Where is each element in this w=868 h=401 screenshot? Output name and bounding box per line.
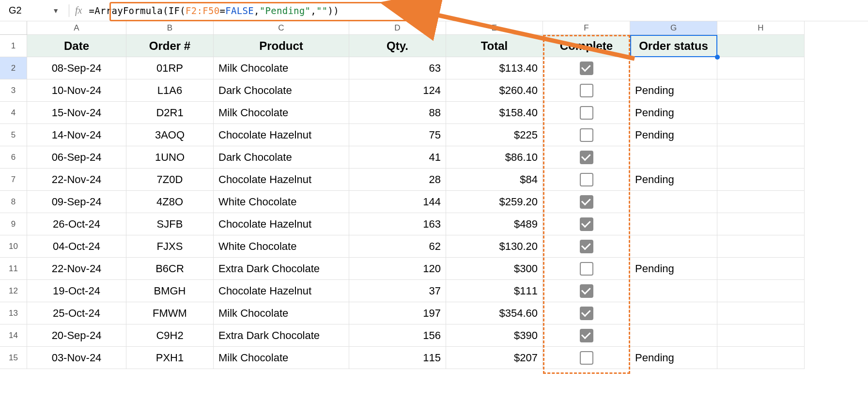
cell-order[interactable]: B6CR	[126, 258, 214, 280]
cell-qty[interactable]: 63	[349, 57, 446, 79]
cell-status[interactable]	[630, 146, 717, 169]
cell-total[interactable]: $260.40	[446, 79, 543, 102]
col-header-F[interactable]: F	[543, 21, 630, 35]
cell-empty[interactable]	[717, 324, 805, 347]
checkbox-icon[interactable]	[580, 217, 593, 231]
cell-complete[interactable]	[543, 213, 630, 235]
cell-empty[interactable]	[717, 302, 805, 324]
cell-order[interactable]: L1A6	[126, 79, 214, 102]
cell-empty[interactable]	[717, 102, 805, 124]
cell-date[interactable]: 06-Sep-24	[27, 146, 126, 169]
cell-product[interactable]: Chocolate Hazelnut	[214, 213, 349, 235]
cell-order[interactable]: 01RP	[126, 57, 214, 79]
cell-product[interactable]: Milk Chocolate	[214, 57, 349, 79]
row-header-8[interactable]: 8	[0, 191, 27, 213]
cell-date[interactable]: 10-Nov-24	[27, 79, 126, 102]
cell-product[interactable]: Milk Chocolate	[214, 302, 349, 324]
cell-date[interactable]: 14-Nov-24	[27, 124, 126, 146]
cell-empty[interactable]	[717, 124, 805, 146]
row-header-14[interactable]: 14	[0, 324, 27, 347]
name-box[interactable]: G2 ▼	[5, 3, 63, 18]
header-status[interactable]: Order status	[630, 35, 717, 57]
cell-complete[interactable]	[543, 258, 630, 280]
cell-complete[interactable]	[543, 280, 630, 302]
cell-total[interactable]: $259.20	[446, 191, 543, 213]
row-header-4[interactable]: 4	[0, 102, 27, 124]
cell-empty[interactable]	[717, 57, 805, 79]
cell-complete[interactable]	[543, 57, 630, 79]
cell-complete[interactable]	[543, 324, 630, 347]
cell-complete[interactable]	[543, 102, 630, 124]
cell-order[interactable]: D2R1	[126, 102, 214, 124]
header-date[interactable]: Date	[27, 35, 126, 57]
cell-order[interactable]: 1UNO	[126, 146, 214, 169]
checkbox-icon[interactable]	[580, 262, 593, 276]
row-header-11[interactable]: 11	[0, 258, 27, 280]
cell-date[interactable]: 09-Sep-24	[27, 191, 126, 213]
cell-product[interactable]: Milk Chocolate	[214, 102, 349, 124]
cell-date[interactable]: 19-Oct-24	[27, 280, 126, 302]
cell-qty[interactable]: 120	[349, 258, 446, 280]
cell-date[interactable]: 20-Sep-24	[27, 324, 126, 347]
cell-qty[interactable]: 156	[349, 324, 446, 347]
row-header-15[interactable]: 15	[0, 347, 27, 369]
cell-complete[interactable]	[543, 235, 630, 258]
checkbox-icon[interactable]	[580, 240, 593, 253]
cell-order[interactable]: 4Z8O	[126, 191, 214, 213]
cell-qty[interactable]: 197	[349, 302, 446, 324]
cell-qty[interactable]: 163	[349, 213, 446, 235]
cell-product[interactable]: Extra Dark Chocolate	[214, 324, 349, 347]
cell-complete[interactable]	[543, 124, 630, 146]
cell-order[interactable]: SJFB	[126, 213, 214, 235]
cell-empty[interactable]	[717, 347, 805, 369]
cell-qty[interactable]: 124	[349, 79, 446, 102]
cell-product[interactable]: Dark Chocolate	[214, 79, 349, 102]
cell-product[interactable]: White Chocolate	[214, 235, 349, 258]
row-header-3[interactable]: 3	[0, 79, 27, 102]
checkbox-icon[interactable]	[580, 351, 593, 365]
header-total[interactable]: Total	[446, 35, 543, 57]
row-header-7[interactable]: 7	[0, 169, 27, 191]
cell-status[interactable]	[630, 235, 717, 258]
cell-order[interactable]: 3AOQ	[126, 124, 214, 146]
row-header-10[interactable]: 10	[0, 235, 27, 258]
checkbox-icon[interactable]	[580, 195, 593, 209]
cell-product[interactable]: Chocolate Hazelnut	[214, 124, 349, 146]
col-header-G[interactable]: G	[630, 21, 717, 35]
col-header-A[interactable]: A	[27, 21, 126, 35]
cell-empty[interactable]	[717, 258, 805, 280]
cell-total[interactable]: $390	[446, 324, 543, 347]
cell-complete[interactable]	[543, 169, 630, 191]
cell-total[interactable]: $300	[446, 258, 543, 280]
cell-order[interactable]: FJXS	[126, 235, 214, 258]
cell-empty[interactable]	[717, 235, 805, 258]
checkbox-icon[interactable]	[580, 329, 593, 342]
header-order[interactable]: Order #	[126, 35, 214, 57]
checkbox-icon[interactable]	[580, 106, 593, 120]
header-empty[interactable]	[717, 35, 805, 57]
cell-product[interactable]: Extra Dark Chocolate	[214, 258, 349, 280]
col-header-H[interactable]: H	[717, 21, 805, 35]
checkbox-icon[interactable]	[580, 173, 593, 186]
cell-product[interactable]: Dark Chocolate	[214, 146, 349, 169]
cell-empty[interactable]	[717, 213, 805, 235]
cell-qty[interactable]: 41	[349, 146, 446, 169]
col-header-D[interactable]: D	[349, 21, 446, 35]
cell-product[interactable]: White Chocolate	[214, 191, 349, 213]
cell-status[interactable]	[630, 213, 717, 235]
row-header-9[interactable]: 9	[0, 213, 27, 235]
cell-status[interactable]: Pending	[630, 258, 717, 280]
row-header-13[interactable]: 13	[0, 302, 27, 324]
cell-empty[interactable]	[717, 280, 805, 302]
cell-total[interactable]: $489	[446, 213, 543, 235]
cell-status[interactable]: Pending	[630, 169, 717, 191]
cell-qty[interactable]: 144	[349, 191, 446, 213]
cell-total[interactable]: $130.20	[446, 235, 543, 258]
cell-date[interactable]: 22-Nov-24	[27, 169, 126, 191]
cell-total[interactable]: $84	[446, 169, 543, 191]
cell-status[interactable]	[630, 302, 717, 324]
cell-empty[interactable]	[717, 146, 805, 169]
formula-input[interactable]: =ArrayFormula(IF(F2:F50=FALSE,"Pending",…	[89, 5, 863, 16]
cell-empty[interactable]	[717, 191, 805, 213]
cell-qty[interactable]: 115	[349, 347, 446, 369]
